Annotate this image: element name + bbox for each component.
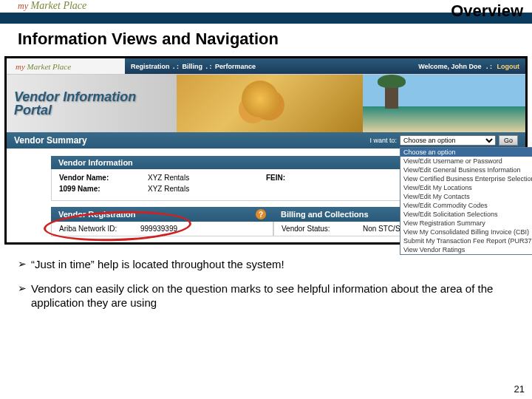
ariba-id-value: 999939399 xyxy=(140,225,265,233)
nav-sep-1: . : xyxy=(173,63,181,70)
page-number: 21 xyxy=(514,383,525,395)
portal-banner: Vendor Information Portal xyxy=(7,75,525,132)
nav-sep-3: . : xyxy=(486,63,494,70)
dd-opt-10[interactable]: Submit My Transaction Fee Report (PUR377… xyxy=(400,236,532,245)
dd-opt-0[interactable]: Choose an option xyxy=(400,148,532,157)
t1099-value: XYZ Rentals xyxy=(148,185,266,193)
iwant-select-wrap: Choose an option Choose an option View/E… xyxy=(400,135,496,146)
logout-link[interactable]: Logout xyxy=(497,63,520,70)
dd-opt-11[interactable]: View Vendor Ratings xyxy=(400,245,532,254)
banner-image-oranges xyxy=(177,75,363,132)
iwant-dropdown: Choose an option View/Edit Username or P… xyxy=(400,147,532,255)
fein-label: FEIN: xyxy=(266,174,325,182)
dd-opt-7[interactable]: View/Edit Solicitation Selections xyxy=(400,210,532,219)
banner-line-1: Vendor Information xyxy=(14,90,136,103)
logo-my: my xyxy=(18,1,28,11)
portal-logo-my: my xyxy=(16,62,25,71)
ariba-id-label: Ariba Network ID: xyxy=(59,225,140,233)
embedded-screenshot: my Market Place Registration . : Billing… xyxy=(4,56,528,245)
iwant-select[interactable]: Choose an option xyxy=(400,135,496,146)
banner-line-2: Portal xyxy=(14,103,136,117)
nav-performance[interactable]: Performance xyxy=(215,63,256,70)
nav-registration[interactable]: Registration xyxy=(131,63,170,70)
go-button[interactable]: Go xyxy=(499,135,518,146)
portal-nav: Registration . : Billing . : Performance… xyxy=(125,58,525,74)
vendor-name-label: Vendor Name: xyxy=(59,174,148,182)
dd-opt-8[interactable]: View Registration Summary xyxy=(400,219,532,228)
overview-title: Overview xyxy=(451,1,523,21)
vendor-registration-panel: Vendor Registration ? Ariba Network ID: … xyxy=(51,207,273,236)
iwant-label: I want to: xyxy=(369,137,397,144)
vendor-name-value: XYZ Rentals xyxy=(148,174,266,182)
header-logo: my Market Place xyxy=(18,0,86,12)
nav-billing[interactable]: Billing xyxy=(183,63,203,70)
vendor-reg-title: Vendor Registration xyxy=(58,210,136,219)
portal-logo: my Market Place xyxy=(7,62,125,71)
banner-title-area: Vendor Information Portal xyxy=(7,75,177,132)
portal-subbar: Vendor Summary I want to: Choose an opti… xyxy=(7,132,525,149)
dd-opt-5[interactable]: View/Edit My Contacts xyxy=(400,192,532,201)
bullet-1: “Just in time” help is located throughou… xyxy=(18,258,517,272)
vendor-status-label: Vendor Status: xyxy=(282,225,363,233)
nav-sep-2: . : xyxy=(206,63,214,70)
billing-title: Billing and Collections xyxy=(281,210,369,219)
dd-opt-6[interactable]: View/Edit Commodity Codes xyxy=(400,201,532,210)
dd-opt-3[interactable]: View Certified Business Enterprise Selec… xyxy=(400,174,532,183)
t1099-label: 1099 Name: xyxy=(59,185,148,193)
slide-subtitle: Information Views and Navigation xyxy=(0,24,532,56)
dd-opt-2[interactable]: View/Edit General Business Information xyxy=(400,166,532,174)
portal-logo-rest: Market Place xyxy=(27,62,72,71)
banner-image-beach xyxy=(363,75,525,132)
dd-opt-9[interactable]: View My Consolidated Billing Invoice (CB… xyxy=(400,228,532,236)
dd-opt-1[interactable]: View/Edit Username or Password xyxy=(400,157,532,166)
logo-rest: Market Place xyxy=(31,0,87,11)
dd-opt-4[interactable]: View/Edit My Locations xyxy=(400,183,532,192)
slide-header: my Market Place Overview xyxy=(0,0,532,24)
welcome-text: Welcome, John Doe xyxy=(418,63,481,70)
help-icon[interactable]: ? xyxy=(256,209,266,219)
bullet-2: Vendors can easily click on the question… xyxy=(18,282,517,310)
subbar-title: Vendor Summary xyxy=(14,135,87,146)
portal-topbar: my Market Place Registration . : Billing… xyxy=(7,58,525,75)
